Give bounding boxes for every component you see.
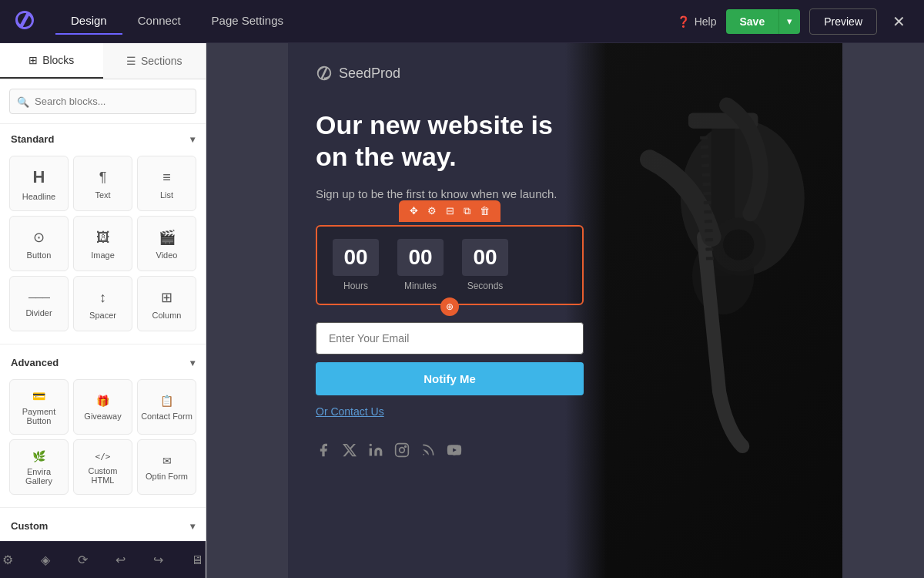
undo-icon[interactable]: ↩	[111, 548, 130, 572]
countdown-wrapper[interactable]: ✥ ⚙ ⊟ ⧉ 🗑 00 Hours 00 Minutes	[316, 225, 584, 305]
section-divider	[0, 344, 206, 344]
block-text[interactable]: ¶ Text	[73, 156, 132, 211]
contact-form-icon: 📋	[160, 395, 173, 407]
giveaway-label: Giveaway	[84, 412, 121, 421]
save-template-icon[interactable]: ⊟	[443, 203, 457, 218]
left-panel: ⊞ Blocks ☰ Sections 🔍 Standard ▾ H	[0, 43, 206, 578]
email-input[interactable]	[316, 322, 584, 355]
save-btn-group: Save ▾	[726, 9, 801, 34]
chevron-down-icon-advanced: ▾	[190, 358, 195, 368]
block-spacer[interactable]: ↕ Spacer	[73, 276, 132, 331]
block-divider[interactable]: ─── Divider	[9, 276, 69, 331]
standard-blocks-grid: H Headline ¶ Text ≡ List ⊙ Button 🖼 I	[0, 151, 206, 341]
block-image[interactable]: 🖼 Image	[73, 216, 132, 271]
svg-point-10	[423, 454, 424, 455]
nav-right: ❓ Help Save ▾ Preview ✕	[677, 8, 912, 35]
layers-icon[interactable]: ◈	[36, 548, 55, 572]
search-wrapper: 🔍	[9, 89, 196, 114]
tab-blocks[interactable]: ⊞ Blocks	[0, 43, 103, 79]
button-icon: ⊙	[33, 229, 45, 246]
minutes-number: 00	[397, 239, 444, 276]
preview-button[interactable]: Preview	[809, 8, 877, 35]
nav-tab-design[interactable]: Design	[55, 8, 122, 35]
facebook-icon[interactable]	[316, 442, 331, 462]
block-optin-form[interactable]: ✉ Optin Form	[137, 439, 196, 495]
top-nav: Design Connect Page Settings ❓ Help Save…	[0, 0, 924, 43]
button-label: Button	[27, 250, 52, 260]
advanced-section-header[interactable]: Advanced ▾	[0, 348, 206, 375]
block-video[interactable]: 🎬 Video	[137, 216, 196, 271]
canvas-inner: SeedProd Our new website is on the way. …	[288, 43, 842, 578]
delete-icon[interactable]: 🗑	[477, 203, 493, 218]
minutes-label: Minutes	[397, 281, 444, 291]
nav-tab-connect[interactable]: Connect	[122, 8, 196, 35]
image-label: Image	[91, 250, 115, 260]
custom-html-icon: </>	[95, 452, 111, 462]
settings-gear-icon[interactable]: ⚙	[424, 203, 440, 218]
panel-tabs: ⊞ Blocks ☰ Sections	[0, 43, 206, 79]
duplicate-icon[interactable]: ⧉	[460, 203, 474, 219]
block-list[interactable]: ≡ List	[137, 156, 196, 211]
payment-icon: 💳	[32, 390, 45, 402]
tab-sections[interactable]: ☰ Sections	[103, 43, 206, 79]
seedprod-logo: SeedProd	[316, 65, 584, 82]
seconds-number: 00	[462, 239, 508, 276]
history-icon[interactable]: ⟳	[73, 548, 92, 572]
device-icon[interactable]: 🖥	[186, 549, 208, 572]
search-area: 🔍	[0, 79, 206, 124]
move-icon[interactable]: ✥	[407, 203, 421, 218]
save-button[interactable]: Save	[726, 9, 779, 34]
contact-link[interactable]: Or Contact Us	[316, 405, 384, 418]
list-label: List	[160, 190, 173, 200]
linkedin-icon[interactable]	[368, 442, 383, 462]
sections-icon: ☰	[126, 55, 136, 67]
settings-icon[interactable]: ⚙	[0, 548, 18, 572]
nav-tabs: Design Connect Page Settings	[55, 8, 299, 35]
svg-point-9	[405, 445, 407, 447]
spacer-icon: ↕	[99, 290, 106, 306]
search-input[interactable]	[9, 89, 196, 114]
countdown-block: 00 Hours 00 Minutes 00 Seconds	[316, 225, 584, 305]
text-icon: ¶	[99, 170, 107, 186]
nav-tab-page-settings[interactable]: Page Settings	[196, 8, 299, 35]
seconds-label: Seconds	[462, 281, 508, 291]
headline-label: Headline	[22, 192, 55, 201]
redo-icon[interactable]: ↪	[149, 548, 168, 572]
block-giveaway[interactable]: 🎁 Giveaway	[73, 379, 132, 435]
custom-section-header[interactable]: Custom ▾	[0, 511, 206, 538]
text-label: Text	[95, 190, 110, 200]
x-twitter-icon[interactable]	[342, 442, 357, 462]
panel-bottom-toolbar: ⚙ ◈ ⟳ ↩ ↪ 🖥	[0, 541, 206, 578]
video-label: Video	[156, 250, 178, 260]
main-area: ⊞ Blocks ☰ Sections 🔍 Standard ▾ H	[0, 43, 924, 578]
chevron-down-icon-custom: ▾	[190, 521, 195, 532]
hero-heading: Our new website is on the way.	[316, 109, 584, 173]
instagram-icon[interactable]	[394, 442, 410, 462]
rss-icon[interactable]	[420, 442, 436, 462]
block-column[interactable]: ⊞ Column	[137, 276, 196, 331]
block-custom-html[interactable]: </> Custom HTML	[73, 439, 132, 495]
block-envira-gallery[interactable]: 🌿 Envira Gallery	[9, 439, 69, 495]
standard-section-header[interactable]: Standard ▾	[0, 124, 206, 151]
save-dropdown-button[interactable]: ▾	[778, 9, 800, 34]
block-button[interactable]: ⊙ Button	[9, 216, 69, 271]
contact-form-label: Contact Form	[141, 412, 192, 421]
help-button[interactable]: ❓ Help	[677, 15, 717, 28]
giveaway-icon: 🎁	[96, 395, 109, 407]
image-icon: 🖼	[96, 230, 110, 246]
close-button[interactable]: ✕	[886, 9, 912, 34]
optin-icon: ✉	[162, 455, 172, 467]
blocks-section: Standard ▾ H Headline ¶ Text ≡ List ⊙	[0, 124, 206, 541]
youtube-icon[interactable]	[447, 442, 462, 462]
block-contact-form[interactable]: 📋 Contact Form	[137, 379, 196, 435]
optin-label: Optin Form	[146, 472, 188, 481]
notify-button[interactable]: Notify Me	[316, 362, 584, 395]
divider-label: Divider	[25, 308, 52, 318]
svg-point-5	[723, 229, 754, 260]
help-icon: ❓	[677, 15, 690, 28]
countdown-anchor-icon: ⊕	[440, 297, 459, 316]
advanced-blocks-grid: 💳 Payment Button 🎁 Giveaway 📋 Contact Fo…	[0, 375, 206, 504]
custom-html-label: Custom HTML	[77, 466, 129, 485]
block-payment-button[interactable]: 💳 Payment Button	[9, 379, 69, 435]
block-headline[interactable]: H Headline	[9, 156, 69, 211]
